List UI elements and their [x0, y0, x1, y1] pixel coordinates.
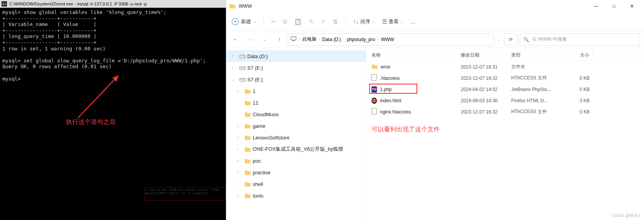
file-name: .htaccess: [380, 76, 400, 81]
tree-item[interactable]: ›1: [226, 85, 366, 97]
drive-icon: [239, 54, 246, 59]
close-button[interactable]: ✕: [623, 0, 641, 12]
twisty-icon[interactable]: ›: [237, 194, 243, 198]
back-button[interactable]: ←: [229, 33, 242, 46]
folder-icon: [229, 3, 236, 10]
explorer-body: ›Data (D:)›S7 (E:)⌄S7 (E:)›111CloudMusic…: [226, 48, 644, 220]
breadcrumb-item[interactable]: Data (D:): [322, 37, 341, 42]
breadcrumb[interactable]: › 此电脑›Data (D:)›phpstudy_pro›WWW: [288, 33, 494, 46]
tree-item[interactable]: ›LenovoSoftstore: [226, 132, 366, 143]
tree-item[interactable]: 11: [226, 97, 366, 108]
tree-label: S7 (E:): [247, 77, 263, 82]
refresh-button[interactable]: ⟳: [504, 33, 517, 46]
twisty-icon[interactable]: ›: [237, 89, 243, 93]
column-headers[interactable]: 名称ˆ 修改日期 类型 大小: [366, 50, 644, 61]
twisty-icon[interactable]: ⌄: [232, 77, 237, 81]
file-list[interactable]: error2023-12-07 16:31文件夹.htaccess2023-12…: [366, 61, 644, 117]
chevron-down-icon: ⌄: [400, 20, 403, 24]
tree-item[interactable]: ›shell: [226, 178, 366, 190]
chevron-down-icon[interactable]: ⌄: [497, 38, 500, 41]
file-type: HTACCESS 文件: [511, 75, 566, 81]
watermark: CSDN @楠木s: [612, 213, 640, 218]
col-name[interactable]: 名称ˆ: [371, 50, 461, 61]
file-row[interactable]: error2023-12-07 16:31文件夹: [366, 61, 644, 72]
tree-item[interactable]: CloudMusic: [226, 108, 366, 120]
twisty-icon[interactable]: ›: [237, 159, 243, 163]
tree-item[interactable]: ›game: [226, 120, 366, 132]
col-size[interactable]: 大小: [566, 50, 593, 61]
paste-button[interactable]: 📋: [294, 18, 302, 25]
file-date: 2019-09-03 14:30: [461, 98, 511, 103]
annotation-arrow: [62, 74, 120, 121]
view-icon: ☰: [382, 18, 387, 25]
chevron-down-icon: ⌄: [372, 20, 375, 24]
folder-icon: [244, 170, 251, 175]
svg-rect-1: [291, 37, 296, 40]
terminal-body[interactable]: mysql> show global variables like '%long…: [0, 8, 226, 83]
svg-point-11: [244, 80, 245, 81]
file-row[interactable]: .htaccess2023-12-07 16:32HTACCESS 文件0 KB: [366, 72, 644, 84]
svg-rect-10: [239, 78, 245, 79]
minimize-button[interactable]: ―: [587, 0, 605, 12]
tree-item[interactable]: ›practise: [226, 167, 366, 178]
twisty-icon[interactable]: ›: [237, 147, 243, 151]
tree-item[interactable]: ›S7 (E:): [226, 62, 366, 74]
search-input[interactable]: 🔍 在 WWW 中搜索: [520, 33, 640, 46]
twisty-icon[interactable]: ›: [237, 182, 243, 186]
file-size: 0 KB: [566, 109, 593, 115]
tree-item[interactable]: ›poc: [226, 155, 366, 167]
more-button[interactable]: ...: [410, 18, 415, 25]
terminal-title: C:\WINDOWS\system32\cmd.exe - mysql -h 1…: [9, 2, 147, 6]
col-date[interactable]: 修改日期: [461, 50, 511, 61]
breadcrumb-item[interactable]: 此电脑: [302, 36, 316, 43]
file-date: 2023-12-07 16:31: [461, 64, 511, 70]
twisty-icon[interactable]: ›: [232, 66, 237, 70]
tree-label: 11: [253, 100, 258, 106]
tree-label: game: [253, 123, 266, 129]
chevron-right-icon: ›: [319, 38, 320, 41]
maximize-button[interactable]: □: [605, 0, 623, 12]
folder-tree[interactable]: ›Data (D:)›S7 (E:)⌄S7 (E:)›111CloudMusic…: [226, 48, 366, 220]
up-button[interactable]: ↑: [273, 33, 286, 46]
file-size: 3 KB: [566, 98, 593, 103]
copy-button[interactable]: ⧉: [283, 18, 287, 25]
file-icon: PS: [371, 86, 377, 93]
tree-item[interactable]: ⌄S7 (E:): [226, 74, 366, 85]
share-button[interactable]: ↗: [321, 18, 326, 25]
file-row[interactable]: PS1.php2024-04-02 14:02JetBrains PhpSto.…: [366, 84, 644, 95]
col-type[interactable]: 类型: [511, 50, 566, 61]
tree-label: ONE-FOX集成工具箱_V6公开版_by狐狸: [253, 146, 343, 153]
tree-item[interactable]: ›Data (D:): [226, 50, 366, 62]
folder-icon: [244, 100, 251, 105]
breadcrumb-item[interactable]: phpstudy_pro: [347, 37, 375, 42]
folder-icon: [244, 146, 251, 152]
twisty-icon[interactable]: ›: [232, 54, 237, 58]
file-type: 文件夹: [511, 64, 566, 70]
twisty-icon[interactable]: ›: [237, 124, 243, 128]
chevron-right-icon: ›: [344, 38, 345, 41]
chevron-right-icon: ›: [299, 38, 300, 41]
sort-button[interactable]: ↑↓排序⌄: [353, 18, 375, 25]
tree-item[interactable]: ›ONE-FOX集成工具箱_V6公开版_by狐狸: [226, 143, 366, 155]
file-type: HTACCESS 文件: [511, 108, 566, 115]
breadcrumb-item[interactable]: WWW: [381, 37, 394, 42]
chevron-down-icon[interactable]: ⌄: [258, 33, 271, 46]
new-button[interactable]: + 新建 ⌄: [232, 18, 257, 25]
svg-point-5: [244, 57, 245, 58]
twisty-icon[interactable]: ›: [237, 170, 243, 174]
file-size: 0 KB: [566, 76, 593, 81]
rename-icon: ✎: [309, 18, 314, 25]
delete-button[interactable]: 🗑: [333, 18, 338, 25]
tree-item[interactable]: ›tools: [226, 190, 366, 201]
tree-label: shell: [253, 181, 263, 187]
cut-button[interactable]: ✂: [271, 18, 276, 25]
view-button[interactable]: ☰查看⌄: [382, 18, 403, 25]
file-row[interactable]: index.html2019-09-03 14:30Firefox HTML D…: [366, 95, 644, 106]
delete-icon: 🗑: [333, 18, 338, 25]
svg-point-8: [244, 69, 245, 69]
rename-button[interactable]: ✎: [309, 18, 314, 25]
twisty-icon[interactable]: ›: [237, 136, 243, 139]
forward-button[interactable]: →: [243, 33, 257, 46]
file-row[interactable]: nginx.htaccess2023-12-07 16:32HTACCESS 文…: [366, 106, 644, 117]
tree-label: LenovoSoftstore: [253, 135, 290, 141]
